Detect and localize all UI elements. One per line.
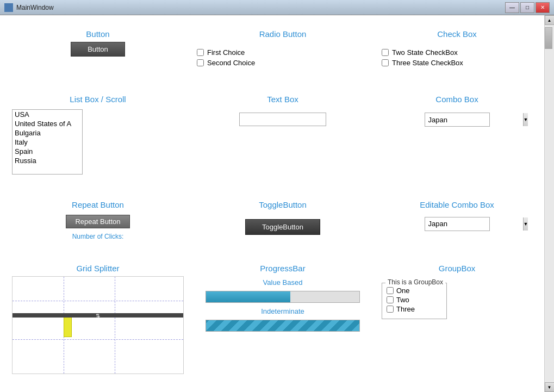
splitter-handle[interactable]: ⇅ <box>13 313 183 318</box>
scroll-down-arrow[interactable]: ▼ <box>545 382 555 392</box>
editable-combobox-arrow[interactable]: ▼ <box>523 217 528 231</box>
groupbox-label-3: Three <box>396 305 415 313</box>
groupbox-label-1: One <box>396 287 410 295</box>
radio-item-1: First Choice <box>197 48 369 57</box>
radio-label-2: Second Choice <box>207 59 255 67</box>
clicks-label: Number of Clicks: <box>12 231 184 242</box>
main-content: Button Button Radio Button First Choice … <box>0 15 544 392</box>
groupbox-item-3: Three <box>387 305 442 313</box>
progress-section: ProgressBar Value Based Indeterminate <box>190 255 375 387</box>
scrollbar: ▲ ▼ <box>544 15 554 392</box>
grid-splitter-section: Grid Splitter ⇅ <box>5 255 190 387</box>
combobox-arrow[interactable]: ▼ <box>523 113 528 126</box>
grid-line-h1 <box>13 301 183 301</box>
radio-section-title: Radio Button <box>197 25 369 42</box>
checkbox-section: Check Box Two State CheckBox Three State… <box>375 21 539 86</box>
maximize-button[interactable]: □ <box>520 2 534 13</box>
progress-bar-container <box>206 291 360 303</box>
repeat-button-section-title: Repeat Button <box>12 196 184 213</box>
radio-input-1[interactable] <box>197 49 204 56</box>
repeat-button[interactable]: Repeat Button <box>66 215 129 228</box>
checkbox-label-1: Two State CheckBox <box>392 48 458 57</box>
progress-bar-fill <box>206 291 290 302</box>
groupbox-section: GroupBox This is a GroupBox One Two Thre… <box>375 255 539 387</box>
app-icon <box>4 3 13 12</box>
groupbox-legend: This is a GroupBox <box>385 278 445 286</box>
radio-group: First Choice Second Choice <box>197 42 369 73</box>
editable-combobox: ▼ <box>425 217 490 231</box>
repeat-button-section: Repeat Button Repeat Button Number of Cl… <box>5 191 190 255</box>
groupbox-label-2: Two <box>396 296 409 304</box>
radio-input-2[interactable] <box>197 59 204 66</box>
checkbox-item-2: Three State CheckBox <box>382 59 532 67</box>
checkbox-input-1[interactable] <box>382 49 389 56</box>
title-bar-text: MainWindow <box>16 4 505 11</box>
title-bar: MainWindow — □ ✕ <box>0 0 554 15</box>
text-input[interactable] <box>239 113 326 126</box>
grid-splitter-title: Grid Splitter <box>12 259 184 276</box>
checkbox-group: Two State CheckBox Three State CheckBox <box>382 42 532 73</box>
list-item[interactable]: Spain <box>13 147 82 156</box>
groupbox-section-title: GroupBox <box>382 259 532 276</box>
editable-combobox-input[interactable] <box>425 218 523 229</box>
list-item[interactable]: USA <box>13 110 82 119</box>
list-item[interactable]: Italy <box>13 138 82 147</box>
button-section: Button Button <box>5 21 190 86</box>
groupbox-item-2: Two <box>387 296 442 304</box>
list-item[interactable]: Bulgaria <box>13 128 82 138</box>
button-section-title: Button <box>12 25 184 42</box>
close-button[interactable]: ✕ <box>536 2 550 13</box>
radio-item-2: Second Choice <box>197 59 369 67</box>
checkbox-item-1: Two State CheckBox <box>382 48 532 57</box>
window-controls: — □ ✕ <box>505 2 550 13</box>
groupbox-item-1: One <box>387 287 442 295</box>
combobox-section-title: Combo Box <box>382 90 532 107</box>
listbox[interactable]: USA United States of A Bulgaria Italy Sp… <box>12 109 83 175</box>
toggle-section-title: ToggleButton <box>197 196 369 213</box>
groupbox-checkbox-1[interactable] <box>387 287 394 294</box>
progress-bar-indeterminate <box>206 320 360 332</box>
listbox-section-title: List Box / Scroll <box>12 90 184 107</box>
groupbox: This is a GroupBox One Two Three <box>382 283 447 319</box>
minimize-button[interactable]: — <box>505 2 519 13</box>
scroll-up-arrow[interactable]: ▲ <box>545 15 555 25</box>
splitter-arrow: ⇅ <box>96 312 100 318</box>
radio-section: Radio Button First Choice Second Choice <box>190 21 375 86</box>
toggle-section: ToggleButton ToggleButton <box>190 191 375 255</box>
window-body: Button Button Radio Button First Choice … <box>0 15 554 392</box>
indeterminate-label: Indeterminate <box>197 305 369 318</box>
textbox-section-title: Text Box <box>197 90 369 107</box>
combobox-input[interactable] <box>425 114 523 126</box>
textbox-section: Text Box <box>190 86 375 191</box>
list-item[interactable]: United States of A <box>13 119 82 128</box>
grid-line-v2 <box>115 277 115 374</box>
value-based-label: Value Based <box>197 276 369 289</box>
checkbox-input-2[interactable] <box>382 59 389 66</box>
toggle-button[interactable]: ToggleButton <box>245 219 320 235</box>
listbox-section: List Box / Scroll USA United States of A… <box>5 86 190 191</box>
combobox: ▼ <box>425 113 490 127</box>
scroll-track[interactable] <box>545 25 554 382</box>
groupbox-checkbox-3[interactable] <box>387 306 394 313</box>
editable-combo-section-title: Editable Combo Box <box>382 196 532 213</box>
editable-combo-section: Editable Combo Box ▼ <box>375 191 539 255</box>
demo-button[interactable]: Button <box>71 42 125 57</box>
radio-label-1: First Choice <box>207 48 245 57</box>
checkbox-label-2: Three State CheckBox <box>392 59 463 67</box>
scroll-thumb[interactable] <box>545 27 552 49</box>
progress-section-title: ProgressBar <box>197 259 369 276</box>
yellow-rect <box>64 315 72 337</box>
list-item[interactable]: Russia <box>13 156 82 165</box>
combobox-section: Combo Box ▼ <box>375 86 539 191</box>
groupbox-checkbox-2[interactable] <box>387 296 394 303</box>
checkbox-section-title: Check Box <box>382 25 532 42</box>
grid-line-h2 <box>13 339 183 340</box>
grid-splitter: ⇅ <box>12 276 184 374</box>
